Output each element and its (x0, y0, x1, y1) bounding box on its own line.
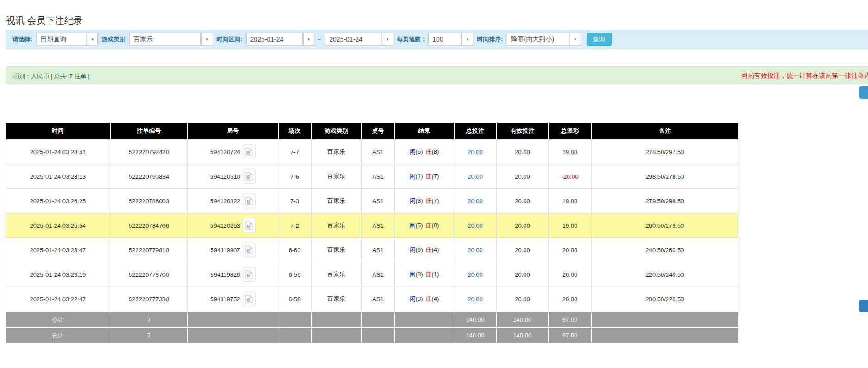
footer-payout: 97.00 (549, 328, 592, 343)
chevron-down-icon[interactable]: ▼ (570, 33, 581, 46)
total-bet-link[interactable]: 20.00 (468, 222, 483, 229)
game-type-value: 百家乐 (129, 33, 201, 46)
floating-button-top[interactable] (859, 86, 868, 99)
total-bet-link[interactable]: 20.00 (468, 149, 483, 156)
time-sort-label: 时间排序: (477, 35, 503, 44)
cell-session: 7-7 (278, 140, 312, 164)
column-header: 局号 (188, 123, 278, 140)
cell-round: 594119752 (188, 287, 278, 312)
cell-remark: 220.50/240.50 (592, 262, 738, 287)
result-player: 闲 (410, 295, 416, 302)
cell-total-bet: 20.00 (454, 189, 497, 213)
cell-bet-id: 522220792420 (110, 140, 188, 164)
result-banker: 庄 (426, 222, 432, 229)
result-player: 闲 (410, 197, 416, 204)
result-banker: 庄 (426, 295, 432, 302)
cell-payout: 20.00 (549, 287, 592, 312)
video-replay-icon[interactable] (243, 144, 256, 159)
floating-button-bottom[interactable] (859, 300, 868, 312)
summary-row: 小计7140.00140.0097.00 (6, 312, 738, 328)
cell-payout: 20.00 (549, 238, 592, 262)
cell-game: 百家乐 (312, 189, 362, 213)
time-sort-select[interactable]: 降幂(由大到小) ▼ (507, 33, 581, 46)
date-from-select[interactable]: 2025-01-24 ▼ (246, 33, 314, 46)
date-to-value: 2025-01-24 (325, 33, 381, 46)
column-header: 游戏类别 (312, 123, 362, 140)
cell-round: 594120724 (188, 140, 278, 164)
cell-table: AS1 (362, 213, 395, 238)
cell-game: 百家乐 (312, 213, 362, 238)
film-document-icon (245, 246, 253, 254)
column-header: 总投注 (454, 123, 497, 140)
result-player: 闲 (410, 148, 416, 155)
cell-remark: 200.50/220.50 (592, 287, 738, 312)
video-replay-icon[interactable] (243, 267, 256, 282)
total-bet-link[interactable]: 20.00 (468, 296, 483, 303)
cell-valid-bet: 20.00 (497, 189, 549, 213)
cell-session: 6-60 (278, 238, 312, 262)
film-document-icon (245, 295, 253, 303)
column-header: 桌号 (362, 123, 395, 140)
date-range-separator: ~ (318, 36, 322, 43)
query-type-select[interactable]: 日期查询 ▼ (36, 33, 98, 46)
result-banker: 庄 (426, 197, 432, 204)
cell-payout: 19.00 (549, 213, 592, 238)
cell-valid-bet: 20.00 (497, 287, 549, 312)
result-banker: 庄 (426, 246, 432, 253)
footer-count: 7 (110, 312, 188, 328)
column-header: 场次 (278, 123, 312, 140)
result-player: 闲 (410, 222, 416, 229)
game-type-label: 游戏类别 (101, 35, 125, 44)
chevron-down-icon[interactable]: ▼ (462, 33, 473, 46)
cell-bet-id: 522220790834 (110, 164, 188, 189)
search-button[interactable]: 查询 (587, 33, 612, 46)
footer-valid-bet: 140.00 (497, 328, 549, 343)
cell-valid-bet: 20.00 (497, 238, 549, 262)
cell-total-bet: 20.00 (454, 164, 497, 189)
cell-game: 百家乐 (312, 262, 362, 287)
total-bet-link[interactable]: 20.00 (468, 173, 483, 180)
cell-bet-id: 522220778700 (110, 262, 188, 287)
chevron-down-icon[interactable]: ▼ (87, 33, 98, 46)
video-replay-icon[interactable] (243, 193, 256, 208)
cell-total-bet: 20.00 (454, 238, 497, 262)
total-bet-link[interactable]: 20.00 (468, 247, 483, 254)
cell-total-bet: 20.00 (454, 213, 497, 238)
cell-total-bet: 20.00 (454, 140, 497, 164)
cell-time: 2025-01-24 03:25:54 (6, 213, 110, 238)
cell-total-bet: 20.00 (454, 287, 497, 312)
cell-bet-id: 522220786003 (110, 189, 188, 213)
cell-session: 6-59 (278, 262, 312, 287)
video-replay-icon[interactable] (243, 243, 256, 257)
cell-game: 百家乐 (312, 164, 362, 189)
result-player: 闲 (410, 271, 416, 278)
footer-valid-bet: 140.00 (497, 312, 549, 328)
cell-payout: 19.00 (549, 140, 592, 164)
chevron-down-icon[interactable]: ▼ (303, 33, 314, 46)
video-replay-icon[interactable] (243, 292, 256, 306)
total-bet-link[interactable]: 20.00 (468, 198, 483, 205)
game-type-select[interactable]: 百家乐 ▼ (129, 33, 212, 46)
table-row: 2025-01-24 03:25:54522220784766594120253… (6, 213, 738, 238)
bet-table: 时间注单编号局号场次游戏类别桌号结果总投注有效投注总派彩备注2025-01-24… (6, 123, 738, 343)
cell-table: AS1 (362, 287, 395, 312)
video-replay-icon[interactable] (243, 218, 256, 233)
cell-round: 594120610 (188, 164, 278, 189)
cell-time: 2025-01-24 03:22:47 (6, 287, 110, 312)
cell-valid-bet: 20.00 (497, 262, 549, 287)
date-to-select[interactable]: 2025-01-24 ▼ (325, 33, 393, 46)
column-header: 总派彩 (549, 123, 592, 140)
column-header: 备注 (592, 123, 738, 140)
table-row: 2025-01-24 03:26:25522220786003594120322… (6, 189, 738, 213)
date-range-label: 时间区间: (216, 35, 242, 44)
cell-table: AS1 (362, 189, 395, 213)
result-banker: 庄 (426, 271, 432, 278)
cell-valid-bet: 20.00 (497, 213, 549, 238)
page-size-select[interactable]: 100 ▼ (428, 33, 473, 46)
video-replay-icon[interactable] (243, 169, 256, 184)
chevron-down-icon[interactable]: ▼ (201, 33, 212, 46)
film-document-icon (245, 148, 253, 156)
chevron-down-icon[interactable]: ▼ (382, 33, 393, 46)
cell-valid-bet: 20.00 (497, 140, 549, 164)
total-bet-link[interactable]: 20.00 (468, 271, 483, 278)
